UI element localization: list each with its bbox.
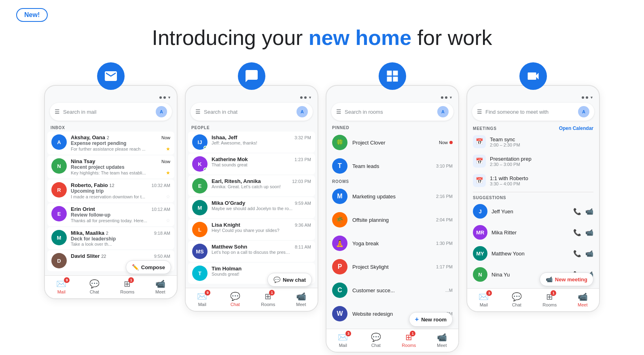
- headline-part2: for work: [411, 26, 492, 49]
- chat-item-4[interactable]: M Mika O'Grady 9:59 AM Maybe we should a…: [188, 197, 315, 218]
- status-bar-meet: ▼: [467, 94, 599, 101]
- chat-time-4: 9:59 AM: [295, 201, 311, 206]
- chat-av-6: MS: [192, 244, 208, 259]
- chat-search-bar[interactable]: ☰ Search in chat A: [191, 103, 313, 121]
- meet-bottom-nav: ✉️3 Mail 💬 Chat ⊞1 Rooms: [467, 288, 599, 311]
- room-pinned-1[interactable]: 🍀 Project Clover Now: [326, 131, 458, 154]
- room-3[interactable]: 🧘 Yoga break 1:30 PM: [326, 232, 458, 255]
- nav-mail-chat[interactable]: 💬 Chat: [78, 276, 111, 298]
- room-5[interactable]: C Customer succe... ...M: [326, 278, 458, 302]
- meet-search-bar[interactable]: ☰ Find someone to meet with A: [472, 103, 594, 121]
- room-icon-marketing: M: [332, 189, 347, 204]
- mail-item-5[interactable]: M Mika, Maalika 2 9:18 AM Deck for leade…: [47, 227, 174, 249]
- mail-name-4: Erin Orint: [71, 206, 95, 212]
- mail-avatar: A: [156, 106, 167, 117]
- room-icon-yoga: 🧘: [332, 236, 347, 251]
- room-2[interactable]: 🌴 Offsite planning 2:04 PM: [326, 208, 458, 232]
- nav-mail-meet[interactable]: 📹 Meet: [144, 276, 177, 298]
- meetings-header: MEETINGS Open Calendar: [467, 124, 599, 132]
- meet-time-1: 2:00 – 2:30 PM: [490, 142, 593, 147]
- headline: Introducing your new home for work: [152, 25, 492, 50]
- nav-rooms-icon-chat: ⊞1: [265, 291, 271, 301]
- suggestion-1[interactable]: J Jeff Yuen 📞 📹: [467, 201, 599, 222]
- new-meeting-icon: 📹: [546, 276, 553, 283]
- nav-rooms-rooms[interactable]: ⊞1 Rooms: [392, 329, 426, 352]
- mail-sub-4: Review follow-up: [71, 212, 170, 218]
- nav-meet-icon-meet: 📹: [578, 292, 588, 302]
- nav-chat-meet[interactable]: 📹 Meet: [285, 288, 318, 311]
- chat-item-5[interactable]: L Lisa Knight 9:36 AM Hey! Could you sha…: [188, 219, 315, 240]
- suggestion-3[interactable]: MY Matthew Yoon 📞 📹: [467, 243, 599, 264]
- nav-chat-rooms[interactable]: ⊞1 Rooms: [252, 288, 285, 311]
- open-calendar-btn[interactable]: Open Calendar: [559, 125, 593, 131]
- mail-item-3[interactable]: R Roberto, Fabio 12 10:32 AM Upcoming tr…: [47, 179, 174, 202]
- phone-meet: ▼ ☰ Find someone to meet with A MEETINGS…: [466, 85, 600, 312]
- chat-search-text: Search in chat: [204, 109, 293, 115]
- sug-name-3: Matthew Yoon: [491, 251, 569, 257]
- mail-search-bar[interactable]: ☰ Search in mail A: [50, 103, 172, 121]
- nav-mail-mail[interactable]: ✉️9 Mail: [45, 276, 78, 298]
- nav-chat-chat[interactable]: 💬 Chat: [219, 288, 252, 311]
- meet-item-3[interactable]: 📅 1:1 with Roberto 3:30 – 4:00 PM: [467, 171, 599, 190]
- rooms-section-label: ROOMS: [326, 178, 458, 185]
- phone-rooms-column: ▼ ☰ Search in rooms A PINNED 🍀 Project C…: [326, 62, 459, 353]
- video-icon-2[interactable]: 📹: [585, 229, 593, 236]
- nav-mail-rooms[interactable]: ⊞1 Rooms: [111, 276, 144, 298]
- new-meeting-fab[interactable]: 📹 New meeting: [540, 272, 593, 286]
- meet-item-2[interactable]: 📅 Presentation prep 2:30 – 3:00 PM: [467, 151, 599, 171]
- phone-mail-column: ▼ ☰ Search in mail A INBOX A: [44, 62, 178, 299]
- rooms-search-bar[interactable]: ☰ Search in rooms A: [331, 103, 453, 121]
- chat-content-3: Earl, Ritesh, Annika 12:03 PM Annika: Gr…: [212, 178, 311, 189]
- nav-rooms-mail[interactable]: ✉️3 Mail: [326, 329, 360, 352]
- chat-time-2: 1:23 PM: [294, 157, 311, 162]
- room-time-skylight: 1:17 PM: [436, 264, 453, 269]
- room-pinned-2[interactable]: T Team leads 3:10 PM: [326, 154, 458, 178]
- chat-item-6[interactable]: MS Matthew Sohn 8:11 AM Let's hop on a c…: [188, 241, 315, 262]
- mail-sub-2: Recent project updates: [71, 164, 170, 170]
- nav-meet-rooms[interactable]: ⊞1 Rooms: [533, 289, 566, 311]
- meet-time-3: 3:30 – 4:00 PM: [490, 181, 593, 186]
- mail-avatar-6: D: [51, 253, 67, 268]
- room-name-yoga: Yoga break: [352, 240, 431, 247]
- mail-item-2[interactable]: N Nina Tsay Now Recent project updates K…: [47, 155, 174, 179]
- call-icon-3[interactable]: 📞: [573, 250, 581, 257]
- nav-meet-mail[interactable]: ✉️3 Mail: [467, 289, 500, 311]
- video-icon-3[interactable]: 📹: [585, 250, 593, 257]
- room-4[interactable]: P Project Skylight 1:17 PM: [326, 255, 458, 278]
- sug-avatar-1: J: [473, 204, 487, 219]
- new-chat-fab[interactable]: 💬 New chat: [267, 273, 312, 287]
- rooms-search-text: Search in rooms: [345, 109, 434, 115]
- meet-item-1[interactable]: 📅 Team sync 2:00 – 2:30 PM: [467, 132, 599, 151]
- nav-rooms-meet[interactable]: 📹 Meet: [426, 329, 459, 352]
- mail-item-1[interactable]: A Akshay, Oana 2 Now Expense report pend…: [47, 132, 174, 155]
- hamburger-icon-meet[interactable]: ☰: [477, 108, 482, 115]
- mail-sub-1: Expense report pending: [71, 140, 170, 146]
- mail-preview-1: For further assistance please reach ...: [71, 147, 146, 151]
- room-1[interactable]: M Marketing updates 2:16 PM: [326, 185, 458, 208]
- nav-meet-meet[interactable]: 📹 Meet: [566, 289, 600, 311]
- call-icon-2[interactable]: 📞: [573, 229, 581, 236]
- hamburger-icon-chat[interactable]: ☰: [195, 108, 201, 115]
- nav-chat-label-chat: Chat: [231, 302, 240, 307]
- room-now-clover: Now: [439, 140, 453, 145]
- video-icon-1[interactable]: 📹: [585, 208, 593, 215]
- chat-item-3[interactable]: E Earl, Ritesh, Annika 12:03 PM Annika: …: [188, 175, 315, 196]
- nav-chat-icon-meet: 💬: [512, 292, 522, 302]
- chat-item-1[interactable]: IJ Ishaa, Jeff 3:32 PM Jeff: Awesome, th…: [188, 132, 315, 153]
- nav-chat-icon-rooms: 💬: [371, 332, 381, 342]
- hamburger-icon-rooms[interactable]: ☰: [336, 108, 341, 115]
- hamburger-icon[interactable]: ☰: [55, 108, 60, 115]
- mail-item-4[interactable]: E Erin Orint 10:12 AM Review follow-up T…: [47, 203, 174, 226]
- nav-rooms-chat[interactable]: 💬 Chat: [360, 329, 393, 352]
- status-dot2: [163, 96, 166, 99]
- nav-meet-chat[interactable]: 💬 Chat: [500, 289, 534, 311]
- new-room-fab[interactable]: + New room: [409, 312, 453, 327]
- room-time-marketing: 2:16 PM: [436, 194, 453, 199]
- call-icon-1[interactable]: 📞: [573, 208, 581, 215]
- chat-item-2[interactable]: K Katherine Mok 1:23 PM That sounds grea…: [188, 153, 315, 174]
- compose-fab[interactable]: ✏️ Compose: [126, 260, 171, 274]
- nav-chat-mail[interactable]: ✉️9 Mail: [186, 288, 219, 311]
- chat-preview-2: That sounds great: [212, 162, 292, 167]
- room-content-teamleads: Team leads: [352, 163, 431, 169]
- suggestion-2[interactable]: MR Mika Ritter 📞 📹: [467, 222, 599, 243]
